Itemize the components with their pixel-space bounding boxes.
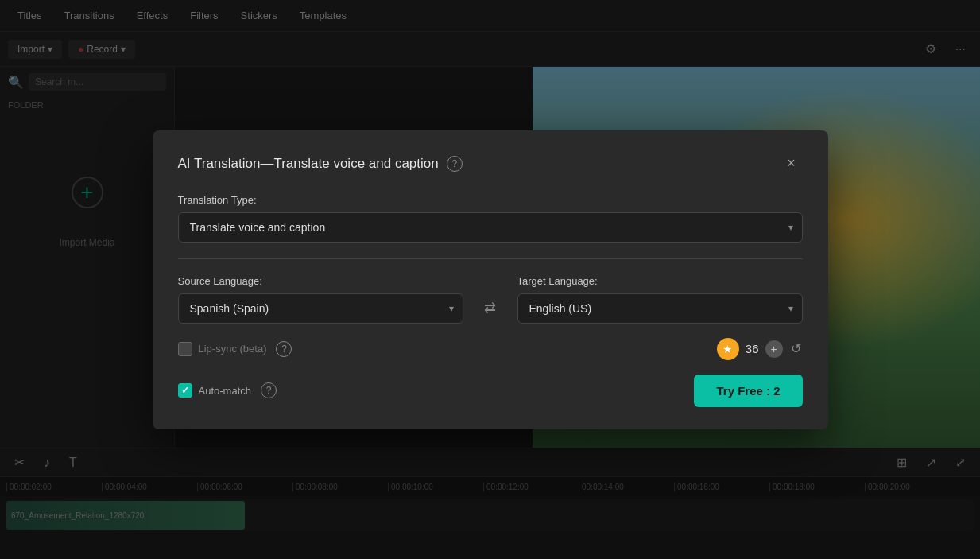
- credits-count: 36: [746, 342, 759, 355]
- source-language-select[interactable]: Spanish (Spain) English (US) French Germ…: [178, 293, 463, 324]
- credits-star-icon: ★: [722, 343, 733, 355]
- target-language-select[interactable]: English (US) Spanish (Spain) French Germ…: [517, 293, 803, 324]
- credits-badge: ★: [717, 338, 739, 360]
- modal-title-text: AI Translation—Translate voice and capti…: [178, 156, 439, 172]
- lip-sync-checkbox[interactable]: [178, 342, 192, 356]
- auto-match-checkbox[interactable]: ✓: [178, 383, 192, 398]
- source-language-label: Source Language:: [178, 275, 463, 287]
- lip-sync-group: Lip-sync (beta) ?: [178, 341, 292, 357]
- lip-sync-help-icon[interactable]: ?: [276, 341, 292, 357]
- source-language-select-wrapper: Spanish (Spain) English (US) French Germ…: [178, 293, 463, 324]
- close-button[interactable]: ×: [781, 153, 803, 175]
- ai-translation-modal: AI Translation—Translate voice and capti…: [153, 130, 828, 429]
- modal-overlay: AI Translation—Translate voice and capti…: [0, 0, 980, 559]
- refresh-icon: ↺: [791, 342, 801, 355]
- credits-group: ★ 36 + ↺: [717, 338, 803, 360]
- modal-title: AI Translation—Translate voice and capti…: [178, 156, 463, 172]
- try-free-button[interactable]: Try Free : 2: [694, 375, 802, 407]
- action-row: ✓ Auto-match ? Try Free : 2: [178, 375, 803, 407]
- section-divider: [178, 258, 803, 259]
- translation-type-select[interactable]: Translate voice and caption Translate vo…: [178, 212, 803, 243]
- help-icon[interactable]: ?: [447, 156, 463, 172]
- translation-type-select-wrapper: Translate voice and caption Translate vo…: [178, 212, 803, 243]
- swap-icon: ⇄: [484, 299, 496, 316]
- target-language-label: Target Language:: [517, 275, 803, 287]
- source-language-col: Source Language: Spanish (Spain) English…: [178, 275, 463, 324]
- target-language-select-wrapper: English (US) Spanish (Spain) French Germ…: [517, 293, 803, 324]
- credits-plus-button[interactable]: +: [765, 340, 783, 358]
- lip-sync-row: Lip-sync (beta) ? ★ 36 + ↺: [178, 338, 803, 360]
- target-language-col: Target Language: English (US) Spanish (S…: [517, 275, 803, 324]
- lip-sync-label: Lip-sync (beta): [199, 343, 267, 355]
- checkmark-icon: ✓: [181, 385, 189, 396]
- auto-match-group: ✓ Auto-match ?: [178, 382, 277, 398]
- swap-languages-button[interactable]: ⇄: [476, 293, 505, 322]
- translation-type-label: Translation Type:: [178, 194, 803, 206]
- auto-match-label: Auto-match: [199, 385, 251, 397]
- auto-match-help-icon[interactable]: ?: [261, 382, 277, 398]
- modal-header: AI Translation—Translate voice and capti…: [178, 153, 803, 175]
- refresh-credits-button[interactable]: ↺: [789, 340, 803, 358]
- translation-type-section: Translation Type: Translate voice and ca…: [178, 194, 803, 243]
- language-row: Source Language: Spanish (Spain) English…: [178, 275, 803, 324]
